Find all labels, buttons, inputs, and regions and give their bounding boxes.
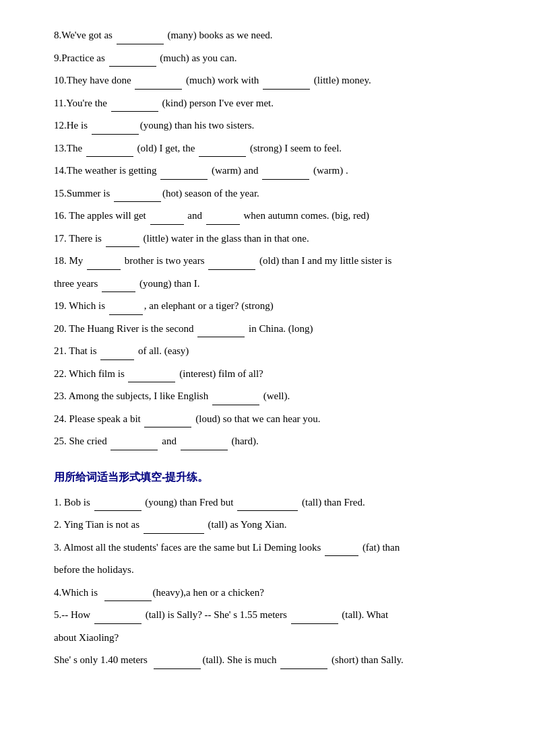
blank-13b xyxy=(199,145,246,157)
section-2: 用所给词适当形式填空-提升练。 1. Bob is (young) than F… xyxy=(54,471,495,669)
s2-blank-1a xyxy=(94,499,141,511)
blank-19 xyxy=(109,303,143,315)
s2-blank-5c xyxy=(154,657,201,669)
blank-12 xyxy=(92,123,139,135)
s2-line-4: 4.Which is (heavy),a hen or a chicken? xyxy=(54,584,495,602)
s2-blank-1b xyxy=(237,499,298,511)
blank-20 xyxy=(197,325,245,337)
line-15: 15.Summer is (hot) season of the year. xyxy=(54,185,495,203)
blank-15 xyxy=(114,190,161,202)
s2-line-2: 2. Ying Tian is not as (tall) as Yong Xi… xyxy=(54,516,495,534)
blank-22 xyxy=(128,370,175,382)
s2-blank-2 xyxy=(144,522,204,534)
blank-21 xyxy=(100,348,134,360)
blank-18c xyxy=(102,280,135,292)
section-2-title: 用所给词适当形式填空-提升练。 xyxy=(54,471,495,485)
line-25: 25. She cried and (hard). xyxy=(54,433,495,450)
blank-23 xyxy=(212,393,259,405)
line-12: 12.He is (young) than his two sisters. xyxy=(54,117,495,135)
s2-line-5b: about Xiaoling? xyxy=(54,629,495,647)
line-20: 20. The Huang River is the second in Chi… xyxy=(54,320,495,338)
s2-line-5a: 5.-- How (tall) is Sally? -- She' s 1.55… xyxy=(54,607,495,624)
blank-14b xyxy=(262,168,309,180)
blank-13a xyxy=(86,145,133,157)
line-19: 19. Which is , an elephant or a tiger? (… xyxy=(54,298,495,315)
blank-18b xyxy=(208,258,255,270)
line-18a: 18. My brother is two years (old) than I… xyxy=(54,252,495,270)
s2-line-1: 1. Bob is (young) than Fred but (tall) t… xyxy=(54,494,495,512)
line-22: 22. Which film is (interest) film of all… xyxy=(54,366,495,383)
line-24: 24. Please speak a bit (loud) so that we… xyxy=(54,411,495,428)
line-16: 16. The apples will get and when autumn … xyxy=(54,207,495,225)
line-14: 14.The weather is getting (warm) and (wa… xyxy=(54,162,495,180)
s2-line-5c: She' s only 1.40 meters (tall). She is m… xyxy=(54,652,495,669)
blank-10a xyxy=(135,77,182,90)
s2-line-3b: before the holidays. xyxy=(54,561,495,579)
blank-10b xyxy=(263,77,310,90)
s2-blank-5d xyxy=(280,657,327,669)
s2-blank-3 xyxy=(325,544,358,556)
s2-blank-5a xyxy=(94,612,141,624)
blank-25b xyxy=(181,438,228,450)
blank-16b xyxy=(206,213,240,225)
line-8: 8.We've got as (many) books as we need. xyxy=(54,27,495,44)
blank-17 xyxy=(106,235,139,247)
line-10: 10.They have done (much) work with (litt… xyxy=(54,72,495,90)
blank-16a xyxy=(150,213,184,225)
s2-blank-4 xyxy=(104,589,152,601)
line-23: 23. Among the subjects, I like English (… xyxy=(54,388,495,405)
blank-11 xyxy=(111,100,158,112)
line-11: 11.You're the (kind) person I've ever me… xyxy=(54,95,495,112)
line-17: 17. There is (little) water in the glass… xyxy=(54,230,495,248)
s2-line-3a: 3. Almost all the students' faces are th… xyxy=(54,539,495,557)
line-9: 9.Practice as (much) as you can. xyxy=(54,50,495,67)
blank-18a xyxy=(87,258,121,270)
blank-9 xyxy=(109,55,156,67)
s2-blank-5b xyxy=(291,612,338,624)
line-18b: three years (young) than I. xyxy=(54,275,495,293)
line-13: 13.The (old) I get, the (strong) I seem … xyxy=(54,140,495,158)
line-21: 21. That is of all. (easy) xyxy=(54,343,495,360)
blank-8 xyxy=(117,32,164,44)
blank-24 xyxy=(144,415,191,427)
blank-14a xyxy=(160,168,208,180)
blank-25a xyxy=(111,438,158,450)
section-1: 8.We've got as (many) books as we need. … xyxy=(54,27,495,450)
